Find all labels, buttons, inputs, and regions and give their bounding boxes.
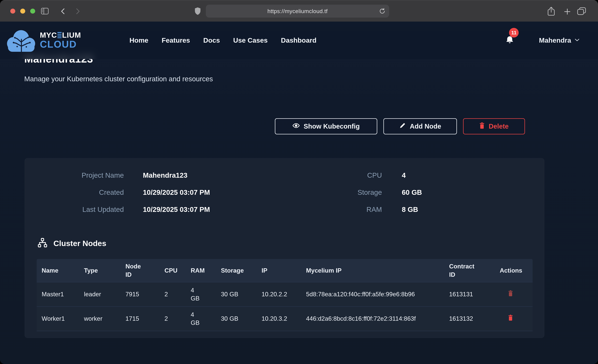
col-actions: Actions (495, 259, 533, 282)
delete-node-button[interactable] (508, 314, 513, 321)
cell-ram: 4 GB (186, 282, 216, 306)
last-updated-label: Last Updated (50, 206, 124, 214)
brand-myc: MYC (40, 31, 57, 39)
details-right: CPU 4 Storage 60 GB RAM 8 GB (307, 171, 422, 214)
nav-links: Home Features Docs Use Cases Dashboard (129, 36, 316, 44)
page-content: Mahendra123 Manage your Kubernetes clust… (0, 22, 598, 364)
pencil-icon (399, 122, 406, 130)
cell-mycelium-ip: 5d8:78ea:a120:f40c:ff0f:a5fe:99e6:8b96 (301, 282, 444, 306)
user-name: Mahendra (539, 36, 571, 44)
eye-icon (292, 122, 300, 131)
chevron-down-icon (575, 39, 579, 42)
last-updated-value: 10/29/2025 03:07 PM (143, 206, 210, 214)
table-row: Master1 leader 7915 2 4 GB 30 GB 10.20.2… (37, 282, 533, 306)
delete-cluster-button[interactable]: Delete (463, 118, 525, 134)
cluster-nodes-title: Cluster Nodes (53, 239, 106, 248)
project-name-label: Project Name (50, 171, 124, 179)
bell-icon (505, 43, 514, 46)
page-subtitle: Manage your Kubernetes cluster configura… (24, 75, 213, 83)
brand-lium: LIUM (62, 31, 81, 39)
nav-item-use-cases[interactable]: Use Cases (233, 36, 267, 44)
cell-type: worker (79, 306, 120, 331)
cell-contract-id: 1613132 (444, 306, 495, 331)
cell-name: Worker1 (37, 306, 79, 331)
cell-type: leader (79, 282, 120, 306)
privacy-shield-icon[interactable] (195, 7, 201, 15)
trash-icon (479, 122, 485, 130)
nav-item-docs[interactable]: Docs (203, 36, 220, 44)
notification-badge: 11 (509, 28, 519, 38)
delete-node-button[interactable] (508, 290, 513, 297)
brand-cloud: CLOUD (40, 40, 81, 49)
col-storage: Storage (216, 259, 257, 282)
new-tab-icon[interactable] (564, 8, 571, 15)
col-ram: RAM (186, 259, 216, 282)
back-icon[interactable] (60, 8, 66, 14)
col-ip: IP (257, 259, 301, 282)
cell-actions (495, 306, 533, 331)
url-text: https://myceliumcloud.tf (267, 8, 327, 14)
network-nodes-icon (37, 238, 48, 249)
cell-cpu: 2 (159, 282, 186, 306)
minimize-window-button[interactable] (20, 9, 25, 14)
cell-storage: 30 GB (216, 306, 257, 331)
cell-node-id: 7915 (120, 282, 159, 306)
project-name-value: Mahendra123 (143, 171, 210, 179)
zoom-window-button[interactable] (30, 9, 35, 14)
reload-icon[interactable] (379, 8, 386, 14)
cluster-nodes-header: Cluster Nodes (37, 238, 106, 249)
show-kubeconfig-label: Show Kubeconfig (304, 123, 360, 130)
cell-name: Master1 (37, 282, 79, 306)
col-name: Name (37, 259, 79, 282)
cloud-logo-icon (5, 27, 38, 53)
cell-mycelium-ip: 446:d2a6:8bcd:8c16:ff0f:72e2:3114:863f (301, 306, 444, 331)
cluster-details-panel: Project Name Mahendra123 Created 10/29/2… (25, 158, 544, 338)
cell-ram: 4 GB (186, 306, 216, 331)
cluster-nodes-table: Name Type Node ID CPU RAM Storage IP Myc… (37, 259, 533, 331)
forward-icon[interactable] (75, 8, 81, 14)
storage-value: 60 GB (402, 189, 422, 196)
brand-text: MYCLIUM CLOUD (40, 31, 81, 49)
close-window-button[interactable] (10, 9, 15, 14)
cell-contract-id: 1613131 (444, 282, 495, 306)
cell-cpu: 2 (159, 306, 186, 331)
brand-e-bars (58, 32, 62, 38)
created-label: Created (50, 189, 124, 196)
tab-overview-icon[interactable] (577, 7, 586, 15)
nav-item-features[interactable]: Features (162, 36, 190, 44)
sidebar-toggle-icon[interactable] (41, 8, 49, 14)
details-left: Project Name Mahendra123 Created 10/29/2… (50, 171, 210, 214)
cluster-actions: Show Kubeconfig Add Node Delete (275, 118, 525, 134)
cell-storage: 30 GB (216, 282, 257, 306)
brand-logo[interactable]: MYCLIUM CLOUD (5, 27, 81, 53)
cell-ip: 10.20.2.2 (257, 282, 301, 306)
nav-item-home[interactable]: Home (129, 36, 148, 44)
notifications-button[interactable]: 11 (505, 35, 514, 46)
cell-ip: 10.20.3.2 (257, 306, 301, 331)
add-node-button[interactable]: Add Node (383, 118, 457, 134)
col-type: Type (79, 259, 120, 282)
col-cpu: CPU (159, 259, 186, 282)
share-icon[interactable] (547, 7, 555, 16)
table-row: Worker1 worker 1715 2 4 GB 30 GB 10.20.3… (37, 306, 533, 331)
created-value: 10/29/2025 03:07 PM (143, 189, 210, 196)
delete-label: Delete (489, 123, 508, 130)
show-kubeconfig-button[interactable]: Show Kubeconfig (275, 118, 377, 134)
add-node-label: Add Node (410, 123, 441, 130)
col-node-id: Node ID (120, 259, 159, 282)
cpu-value: 4 (402, 171, 422, 179)
user-menu[interactable]: Mahendra (539, 36, 579, 44)
table-header-row: Name Type Node ID CPU RAM Storage IP Myc… (37, 259, 533, 282)
col-mycelium-ip: Mycelium IP (301, 259, 444, 282)
nav-item-dashboard[interactable]: Dashboard (281, 36, 316, 44)
navbar: MYCLIUM CLOUD Home Features Docs Use Cas… (0, 22, 598, 59)
col-contract-id: Contract ID (444, 259, 495, 282)
browser-chrome: https://myceliumcloud.tf (0, 0, 598, 22)
cell-node-id: 1715 (120, 306, 159, 331)
cell-actions (495, 282, 533, 306)
browser-window: https://myceliumcloud.tf Mahendra12 (0, 0, 598, 364)
address-bar[interactable]: https://myceliumcloud.tf (206, 5, 389, 17)
cpu-label: CPU (307, 171, 382, 179)
ram-value: 8 GB (402, 206, 422, 214)
ram-label: RAM (307, 206, 382, 214)
